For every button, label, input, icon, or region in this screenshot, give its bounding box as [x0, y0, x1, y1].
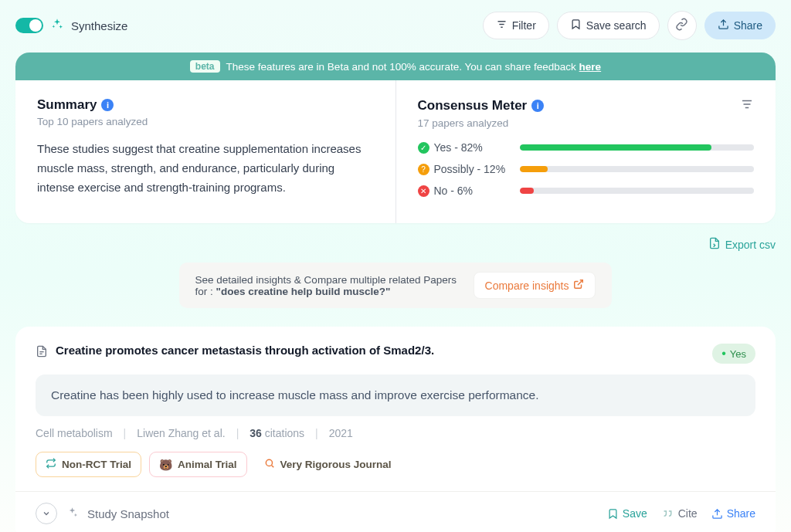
- beta-badge: beta: [190, 60, 220, 73]
- save-search-button[interactable]: Save search: [557, 12, 660, 39]
- compare-insights-button[interactable]: Compare insights: [474, 272, 596, 299]
- bar-no: [520, 188, 534, 194]
- paper-authors[interactable]: Liwen Zhang et al.: [137, 427, 225, 439]
- info-icon[interactable]: i: [531, 100, 544, 112]
- paper-card: Creatine promotes cancer metastasis thro…: [15, 327, 776, 532]
- paper-citations[interactable]: 36 citations: [250, 427, 304, 439]
- meter-row-yes: ✓ Yes - 82%: [418, 141, 755, 154]
- animal-icon: 🐻: [159, 459, 172, 471]
- question-icon: ?: [418, 164, 429, 175]
- document-icon: [36, 345, 48, 361]
- external-link-icon: [573, 279, 584, 292]
- summary-body: These studies suggest that creatine supp…: [37, 140, 374, 197]
- x-icon: ✕: [418, 185, 429, 197]
- filter-button[interactable]: Filter: [483, 12, 549, 39]
- paper-save-button[interactable]: Save: [607, 507, 647, 520]
- tag-non-rct[interactable]: Non-RCT Trial: [36, 452, 141, 477]
- synthesize-toggle[interactable]: [15, 18, 43, 33]
- sparkle-icon: [51, 18, 63, 33]
- paper-cite-button[interactable]: Cite: [661, 507, 698, 520]
- paper-year: 2021: [329, 427, 353, 439]
- paper-title[interactable]: Creatine promotes cancer metastasis thro…: [56, 344, 704, 357]
- export-csv-button[interactable]: Export csv: [708, 237, 776, 252]
- upload-icon: [718, 19, 729, 32]
- top-toolbar: Synthesize Filter Save search Share: [15, 11, 776, 40]
- consensus-panel: Consensus Meter i 17 papers analyzed ✓ Y…: [396, 80, 776, 223]
- summary-subtitle: Top 10 papers analyzed: [37, 116, 374, 127]
- svg-point-10: [266, 459, 272, 466]
- share-button[interactable]: Share: [704, 12, 776, 39]
- filter-icon: [496, 19, 508, 32]
- journal-name[interactable]: Cell metabolism: [36, 427, 113, 439]
- svg-line-11: [271, 466, 273, 468]
- bar-possibly: [520, 166, 548, 172]
- study-snapshot-label: Study Snapshot: [87, 507, 169, 520]
- bar-yes: [520, 144, 712, 151]
- swap-icon: [46, 458, 56, 471]
- paper-meta: Cell metabolism | Liwen Zhang et al. | 3…: [36, 427, 755, 439]
- tag-animal[interactable]: 🐻 Animal Trial: [149, 452, 247, 477]
- summary-panel: Summary i Top 10 papers analyzed These s…: [15, 80, 396, 223]
- meter-row-possibly: ? Possibly - 12%: [418, 163, 755, 175]
- beta-banner: beta These features are in Beta and not …: [15, 53, 776, 80]
- synthesize-label: Synthesize: [71, 19, 127, 32]
- link-icon: [675, 18, 688, 34]
- tag-rigorous[interactable]: Very Rigorous Journal: [255, 452, 401, 477]
- synthesis-card: beta These features are in Beta and not …: [15, 53, 776, 223]
- paper-snippet: Creatine has been highly used to increas…: [36, 374, 755, 416]
- yes-badge: Yes: [712, 344, 755, 364]
- consensus-title: Consensus Meter: [418, 98, 528, 114]
- magnifier-icon: [264, 458, 275, 471]
- copy-link-button[interactable]: [667, 11, 697, 40]
- sparkle-icon: [66, 507, 78, 521]
- svg-line-7: [578, 280, 582, 285]
- check-icon: ✓: [418, 142, 429, 154]
- info-icon[interactable]: i: [101, 99, 114, 111]
- compare-bar: See detailed insights & Compare multiple…: [179, 263, 612, 308]
- consensus-subtitle: 17 papers analyzed: [418, 117, 755, 129]
- feedback-link[interactable]: here: [579, 61, 602, 73]
- bookmark-icon: [570, 19, 582, 32]
- sort-icon[interactable]: [740, 97, 754, 114]
- summary-title: Summary: [37, 97, 97, 113]
- expand-snapshot-button[interactable]: [36, 503, 57, 524]
- meter-row-no: ✕ No - 6%: [418, 185, 755, 197]
- file-export-icon: [708, 237, 721, 252]
- paper-share-button[interactable]: Share: [711, 507, 755, 520]
